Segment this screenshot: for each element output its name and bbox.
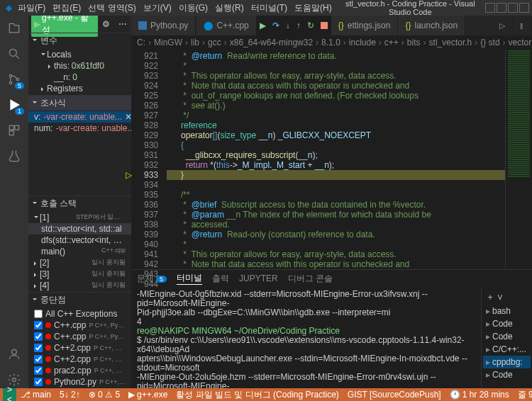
panel-tab-output[interactable]: 출력 (212, 273, 229, 285)
breadcrumb[interactable]: C:›MinGW›lib›gcc›x86_64-w64-mingw32›8.1.… (131, 35, 532, 50)
gear-icon[interactable]: ⚙ (101, 18, 111, 30)
editor-tab[interactable]: ⬤C++.cpp (196, 16, 256, 35)
terminal-instance[interactable]: ▸ Code (483, 317, 531, 330)
gist-status[interactable]: GIST [SourceCodePush] (343, 390, 445, 400)
menu-terminal[interactable]: 터미널(T) (248, 2, 291, 14)
settings-icon[interactable] (6, 371, 23, 388)
problems-status[interactable]: ⊗ 0 ⚠ 5 (84, 390, 124, 400)
menu-file[interactable]: 파일(F) (14, 2, 49, 14)
thread-row[interactable]: [2]일시 중지됨 (28, 257, 131, 269)
breakpoint-row[interactable]: C++.cppP C++, Pyt... 21 (28, 320, 131, 331)
menu-help[interactable]: 도움말(H) (291, 2, 336, 14)
explorer-icon[interactable] (6, 20, 23, 37)
breakpoint-checkbox[interactable] (34, 332, 43, 341)
terminal-instance[interactable]: ▸ Code (483, 330, 531, 343)
breakpoint-row[interactable]: C++2.cppP C++, Pyt... 37 (28, 342, 131, 354)
breakpoint-all-exceptions[interactable]: All C++ Exceptions (28, 308, 131, 320)
editor-tab[interactable]: Python.py (131, 16, 196, 35)
watch-expression[interactable]: v:-var-create: unable...✕ (28, 111, 131, 123)
build-task[interactable]: 활성 파일 빌드 및 디버그 (Coding Practice) (172, 389, 343, 401)
new-terminal-button[interactable]: ＋ ∨ (483, 290, 531, 305)
breakpoint-checkbox[interactable] (34, 310, 43, 318)
watch-section[interactable]: 조사식 (28, 96, 131, 111)
menu-edit[interactable]: 편집(E) (49, 2, 84, 14)
debug-sidebar: ▶g++.exe - 활성 ⚙ ⋯ 변수 Locals this: 0x61fd… (28, 16, 131, 388)
variable-n[interactable]: __n: 0 (28, 72, 131, 83)
breakpoint-checkbox[interactable] (34, 355, 43, 363)
menu-selection[interactable]: 선택 영역(S) (84, 2, 139, 14)
run-debug-icon[interactable]: 1 (6, 96, 23, 113)
stack-frame[interactable]: main()C++.cpp (28, 246, 131, 257)
source-control-icon[interactable]: 5 (6, 71, 23, 88)
debug-target[interactable]: ▶ g++.exe (124, 390, 172, 400)
breakpoint-checkbox[interactable] (34, 378, 43, 386)
testing-icon[interactable] (6, 147, 23, 164)
svg-point-0 (9, 49, 16, 56)
debug-restart-button[interactable]: ↻ (304, 16, 318, 35)
remote-indicator[interactable]: >< (3, 388, 16, 401)
panel-tab-jupyter[interactable]: JUPYTER (239, 273, 278, 283)
stack-frame[interactable]: dfs(std::vector<int, std: (28, 235, 131, 246)
registers-scope[interactable]: Registers (28, 83, 131, 94)
split-icon[interactable]: ⫿ (513, 16, 532, 35)
panel-tab-debug-console[interactable]: 디버그 콘솔 (288, 273, 333, 285)
variables-section[interactable]: 변수 (28, 33, 131, 48)
line-gutter: 9219229239249259269279289299309319329339… (131, 50, 167, 269)
editor-tab[interactable]: {}launch.json (398, 16, 465, 35)
code-editor[interactable]: * @return Read/write reference to data. … (167, 50, 505, 269)
breakpoint-row[interactable]: Python2.pyP C++, Pyt... 8 (28, 376, 131, 388)
debug-step-over-button[interactable]: ↷ (270, 16, 283, 35)
terminal-instance[interactable]: ▸ Code (483, 368, 531, 381)
editor-group: Python.py ⬤C++.cpp ▶ ↷ ↓ ↑ ↻ {}ettings.j… (131, 16, 532, 388)
svg-point-8 (13, 378, 16, 382)
layout-icon[interactable] (519, 3, 529, 13)
stack-frame[interactable]: std::vector<int, std::al (28, 223, 131, 235)
thread-row[interactable]: [1]STEP에서 일시 중지됨 (28, 212, 131, 223)
callstack-section[interactable]: 호출 스택 (28, 196, 131, 211)
debug-step-into-button[interactable]: ↓ (283, 16, 294, 35)
breakpoint-row[interactable]: C++2.cppP C++, Pyt... 79 (28, 354, 131, 365)
more-icon[interactable]: ⋯ (118, 18, 128, 30)
layout-icon[interactable] (508, 3, 518, 13)
terminal-list: ＋ ∨ ▸ bash▸ Code▸ Code▸ C/C++:...▸ cppdb… (481, 287, 532, 388)
extensions-icon[interactable] (6, 122, 23, 139)
breakpoint-checkbox[interactable] (34, 321, 43, 329)
terminal-instance[interactable]: ▸ C/C++:... (483, 343, 531, 356)
layout-icon[interactable] (485, 3, 495, 13)
breakpoints-section[interactable]: 중단점 (28, 293, 131, 307)
debug-stop-button[interactable] (318, 16, 331, 35)
terminal-instance[interactable]: ▸ bash (483, 305, 531, 317)
panel-tabs: 문제5 터미널 출력 JUPYTER 디버그 콘솔 (131, 270, 532, 287)
watch-expression[interactable]: num:-var-create: unable... (28, 123, 131, 134)
terminal-instance[interactable]: ▸ cppdbg: (483, 356, 531, 368)
status-bar: >< ⎇ main 5↓ 2↑ ⊗ 0 ⚠ 5 ▶ g++.exe 활성 파일 … (0, 388, 532, 401)
breakpoint-checkbox[interactable] (34, 344, 43, 352)
svg-point-1 (9, 74, 11, 77)
thread-row[interactable]: [4]일시 중지됨 (28, 280, 131, 291)
time-tracking[interactable]: 🕐 1 hr 28 mins (445, 390, 514, 400)
menu-run[interactable]: 실행(R) (211, 2, 248, 14)
run-icon[interactable]: ▷ (492, 16, 513, 35)
menu-view[interactable]: 보기(V) (140, 2, 175, 14)
cursor-position[interactable]: 줄 933, 열 1 (514, 389, 532, 401)
layout-icon[interactable] (497, 3, 506, 13)
git-sync[interactable]: 5↓ 2↑ (55, 390, 84, 400)
variable-this[interactable]: this: 0x61fdf0 (28, 60, 131, 72)
breakpoint-checkbox[interactable] (34, 366, 43, 375)
locals-scope[interactable]: Locals (28, 49, 131, 60)
svg-rect-5 (15, 125, 19, 130)
breakpoint-row[interactable]: C++.cppP C++, Pyt... 41 (28, 331, 131, 342)
panel-tab-terminal[interactable]: 터미널 (177, 272, 202, 285)
minimap[interactable] (505, 50, 532, 269)
debug-step-out-button[interactable]: ↑ (294, 16, 304, 35)
app-icon: ◆ (3, 2, 14, 13)
search-icon[interactable] (6, 45, 23, 62)
terminal-body[interactable]: -MIEngine-Out-0g5fbziw.xid --stderr=Micr… (131, 287, 481, 388)
thread-row[interactable]: [3]일시 중지됨 (28, 269, 131, 280)
debug-continue-button[interactable]: ▶ (257, 16, 270, 35)
accounts-icon[interactable] (6, 346, 23, 363)
breakpoint-row[interactable]: prac2.cppP C++, Pyt... 33 (28, 365, 131, 376)
git-branch[interactable]: ⎇ main (16, 390, 55, 400)
editor-tab[interactable]: {}ettings.json (331, 16, 399, 35)
menu-go[interactable]: 이동(G) (175, 2, 211, 14)
